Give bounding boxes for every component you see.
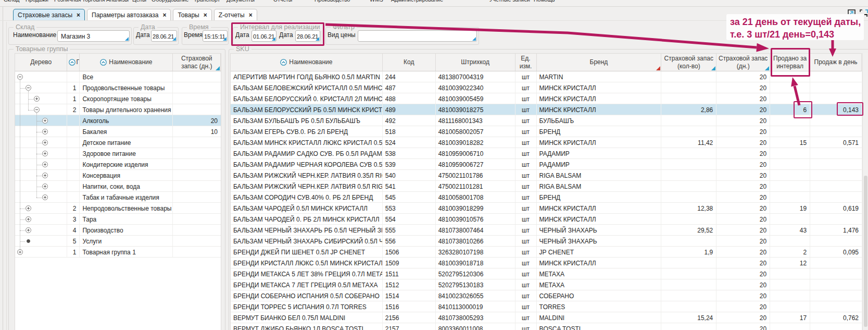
tree-row[interactable]: 2Товары длительного хранения — [15, 104, 221, 115]
sku-row[interactable]: БАЛЬЗАМ ЕГЕРЬ СУВ.0. РБ 2Л БРЕНД51848100… — [231, 126, 862, 137]
tree-row[interactable]: 1Товарная группа 1 — [15, 247, 221, 258]
tree-row[interactable]: Все — [15, 71, 221, 82]
sku-unit-column-header[interactable]: Ед. изм. — [515, 54, 537, 71]
sku-row[interactable]: БАЛЬЗАМ БЕЛОВЕЖСКИЙ КРИСТАЛЛ 0.5Л МИНСК … — [231, 82, 862, 93]
expand-icon[interactable] — [26, 227, 31, 233]
tree-row[interactable]: 1Скоропортящие товары — [15, 93, 221, 104]
tree-row[interactable]: 4Производство — [15, 225, 221, 236]
tree-row[interactable]: Здоровое питание — [15, 148, 221, 159]
sku-row[interactable]: БАЛЬЗАМ РИЖСКИЙ ЧЕРН.КЕР. ЛАТВИЯ 0.5Л RI… — [231, 181, 862, 192]
menu-item-9[interactable]: Отчеты — [273, 0, 292, 3]
tab-close-icon[interactable]: × — [162, 11, 166, 19]
expand-icon[interactable] — [42, 194, 48, 200]
sku-barcode-column-header[interactable]: Штрихкод — [436, 54, 515, 71]
sku-row[interactable]: БАЛЬЗАМ ЧЕРНЫЙ ЗНАХАРЬ СИБИРСКИЙ 0.5Л ЧЕ… — [231, 236, 862, 247]
expand-icon[interactable] — [42, 140, 48, 145]
sku-row[interactable]: АПЕРИТИВ МАРТИН ГОЛД БЬЯНКО 0.5Л MARTIN2… — [231, 71, 862, 82]
sku-safety-stock-days-column-header[interactable]: Страховой запас (дн.) — [716, 54, 770, 71]
sku-row[interactable]: ВЕРМУТ БИАНКО БЕЛ 0.75Л MALDINI215648107… — [231, 312, 862, 323]
expand-icon[interactable] — [42, 162, 48, 167]
expand-icon[interactable] — [42, 118, 48, 124]
tree-column-header[interactable]: Дерево — [15, 54, 67, 71]
menu-item-10[interactable]: Производство — [315, 0, 350, 3]
tab-2[interactable]: Параметры автозаказа× — [87, 9, 171, 20]
tab-close-icon[interactable]: × — [204, 11, 207, 19]
collapse-icon[interactable] — [26, 85, 31, 91]
sku-row[interactable]: БАЛЬЗАМ БЕЛОРУССКИЙ 0. КРИСТАЛЛ 2Л МИНСК… — [231, 93, 862, 104]
expand-icon[interactable] — [26, 205, 31, 211]
sku-row[interactable]: БРЕНДИ КРИСТАЛЛ ЛЮКС 0.5Л МИНСК КРИСТАЛЛ… — [231, 258, 862, 268]
tab-4[interactable]: Z-отчеты× — [214, 9, 257, 20]
time-field[interactable]: 15:15:11 — [203, 30, 228, 42]
tree-row[interactable]: Табак и табачные изделия — [15, 192, 221, 203]
safety-stock-days-column-header[interactable]: Страховой запас (дн.) — [173, 54, 221, 71]
tree-row[interactable]: Напитки, соки, вода — [15, 181, 221, 192]
menu-item-7[interactable]: Транспорт — [194, 0, 220, 3]
menu-item-8[interactable]: Документы — [227, 0, 255, 3]
name-column-header[interactable]: Наименование — [80, 54, 173, 71]
annotation-line1: за 21 день от текущей даты, — [730, 16, 864, 28]
tree-row[interactable]: Алкоголь20 — [15, 115, 221, 126]
collapse-icon[interactable] — [34, 107, 40, 113]
sku-row[interactable]: БРЕНДИ ТОРРЕС 5 ИСПАНИЯ 0.7Л TORRES15168… — [231, 301, 862, 312]
tab-3[interactable]: Товары× — [173, 9, 211, 20]
tab-close-icon[interactable]: × — [249, 11, 253, 19]
group-number-column-header[interactable]: Группа — [67, 54, 80, 71]
sku-code-column-header[interactable]: Код — [383, 54, 436, 71]
tree-row[interactable]: 2Непродовольственные товары — [15, 203, 221, 214]
collapse-icon[interactable] — [17, 74, 23, 80]
expand-icon[interactable] — [42, 129, 48, 135]
sku-brand-column-header[interactable]: Бренд — [537, 54, 662, 71]
sku-row[interactable]: БРЕНДИ МЕТАКСА 7 ЛЕТ ГРЕЦИЯ 0.5Л МЕТАХА1… — [231, 279, 862, 290]
tab-close-icon[interactable]: × — [77, 11, 80, 19]
sku-row[interactable]: ВЕРМУТ ДЖИБО БЬЯНКО 1Л BOSCA TOSTI215780… — [231, 323, 862, 330]
tree-row[interactable]: Бакалея10 — [15, 126, 221, 137]
menu-item-14[interactable]: Помощь — [534, 0, 555, 3]
tree-row[interactable]: 5Услуги — [15, 236, 221, 247]
tree-row[interactable]: Кондитерские изделия — [15, 159, 221, 170]
tab-1[interactable]: Страховые запасы× — [13, 9, 85, 20]
tree-row[interactable]: Детское питание — [15, 137, 221, 148]
sku-sales-per-day-column-header[interactable]: Продаж в день — [810, 54, 862, 71]
sku-row[interactable]: БРЕНДИ СОБЕРАНО ИСПАНИЯ 0.5Л СОБЕРАНО151… — [231, 290, 862, 301]
sklad-name-combobox[interactable]: Магазин 3 — [57, 30, 130, 42]
sku-brand-cell: ЧЕРНЫЙ ЗНАХАРЬ — [537, 225, 662, 235]
menu-item-13[interactable]: Учетные записи — [489, 0, 530, 3]
menu-item-4[interactable]: Анализы — [106, 0, 129, 3]
sku-row[interactable]: БАЛЬЗАМ ЧАРОДЕЙ 0.5Л МИНСК КРИСТАЛЛ55348… — [231, 203, 862, 214]
price-kind-combobox[interactable] — [358, 30, 477, 42]
menu-item-12[interactable]: Администрирование — [391, 0, 443, 3]
sku-row[interactable]: БАЛЬЗАМ БУЛЬБАШЪ РБ 0.5Л БУЛЬБАШЪ4924811… — [231, 115, 862, 126]
expand-icon[interactable] — [26, 216, 31, 222]
sku-row[interactable]: БАЛЬЗАМ БЕЛОРУССКИЙ РБ 0.5Л МИНСК КРИСТА… — [231, 104, 862, 115]
menu-item-2[interactable]: Продажи — [26, 0, 48, 3]
sku-row[interactable]: БРЕНДИ МЕТАКСА 5 ЛЕТ 38% ГРЕЦИЯ 0.7Л МЕТ… — [231, 268, 862, 279]
menu-item-3[interactable]: Розничная торговля — [54, 0, 105, 3]
sku-safety-stock-qty-column-header[interactable]: Страховой запас (кол-во) — [661, 54, 716, 71]
menu-item-11[interactable]: WMS — [370, 0, 383, 3]
sku-row[interactable]: БАЛЬЗАМ СОРОДИЧ СУВ.40% 0. РБ 2Л БРЕНД54… — [231, 192, 862, 203]
sku-brand-cell: MALDINI — [537, 312, 662, 323]
sku-unit-cell: шт — [515, 247, 537, 257]
menu-item-6[interactable]: Оборудование — [152, 0, 188, 3]
menu-item-1[interactable]: Склад — [4, 0, 19, 3]
sku-row[interactable]: БАЛЬЗАМ ЧАРОДЕЙ 0. РБ 2Л МИНСК КРИСТАЛЛ5… — [231, 214, 862, 225]
expand-icon[interactable] — [34, 96, 40, 102]
expand-icon[interactable] — [42, 173, 48, 178]
expand-icon[interactable] — [42, 151, 48, 156]
sku-vertical-scrollbar[interactable] — [862, 53, 868, 330]
sku-row[interactable]: БАЛЬЗАМ МИНСК КРИСТАЛЛ ЛЮКС КРИСТАЛ 0.5Л… — [231, 137, 862, 148]
sku-row[interactable]: БАЛЬЗАМ ЧЕРНЫЙ ЗНАХАРЬ РБ 0.5Л ЧЕРНЫЙ ЗН… — [231, 225, 862, 236]
tree-row[interactable]: Консервация — [15, 170, 221, 181]
date-field[interactable]: 28.06.21 — [151, 30, 177, 42]
sku-row[interactable]: БАЛЬЗАМ РАДАМИР САДКО СУВ. РБ 0.5Л РАДАМ… — [231, 148, 862, 159]
expand-icon[interactable] — [42, 184, 48, 189]
scrollbar-thumb[interactable] — [864, 176, 867, 327]
tree-row[interactable]: 3Тара — [15, 214, 221, 225]
sku-row[interactable]: БАЛЬЗАМ РИЖСКИЙ ЧЕРН.КЕР. ЛАТВИЯ 0.35Л R… — [231, 170, 862, 181]
sku-row[interactable]: БРЕНДИ ДЖЕЙ ПИ ШЕНЕТ 0.5Л JP CHENET15063… — [231, 247, 862, 258]
sku-name-column-header[interactable]: Наименование — [231, 54, 383, 71]
menu-item-5[interactable]: Цены — [132, 0, 146, 3]
tree-row[interactable]: 1Продовольственные товары — [15, 82, 221, 93]
sku-row[interactable]: БАЛЬЗАМ РАДАМИР ЧЕРНАЯ КОРОЛЕВА СУВ 0.5Л… — [231, 159, 862, 170]
